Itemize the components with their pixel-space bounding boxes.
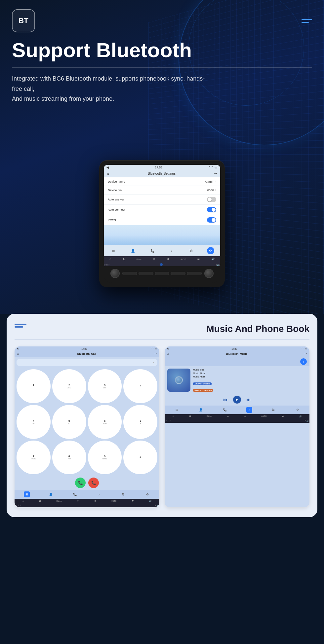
- nav-grid-icon[interactable]: ⊞: [110, 247, 117, 254]
- hero-divider: [12, 67, 312, 68]
- m-back[interactable]: ←: [165, 419, 167, 421]
- music-icon-area: ♪: [165, 357, 309, 366]
- nav-link-icon[interactable]: ⛓: [187, 247, 195, 254]
- music-nav-grid-icon[interactable]: ⊞: [174, 407, 180, 413]
- call-back-icon[interactable]: ↩: [154, 352, 157, 355]
- m-fan[interactable]: ❄: [227, 415, 229, 417]
- device-name-row[interactable]: Device name CarBT ›: [104, 177, 220, 186]
- c-fan[interactable]: ❄: [77, 500, 79, 502]
- key-2[interactable]: 2 ABC: [52, 369, 86, 403]
- music-climate-bar: ⌂ ⏻ DUAL ❄ ♻ AUTO ⇄ 🔊: [165, 414, 309, 418]
- m-auto[interactable]: AUTO: [261, 415, 267, 417]
- auto-connect-toggle[interactable]: [207, 207, 216, 212]
- call-nav-grid-icon[interactable]: ⊞: [24, 491, 30, 497]
- key-9[interactable]: 9 WXYZ: [88, 441, 122, 475]
- key-0[interactable]: 0 +: [123, 405, 157, 439]
- call-time: 17:53: [81, 348, 87, 350]
- ctrl-power[interactable]: ⏻: [123, 258, 125, 261]
- c-vol[interactable]: 🔊: [149, 500, 151, 502]
- ctrl-dual[interactable]: DUAL: [137, 258, 142, 260]
- music-nav-person-icon[interactable]: 👤: [198, 407, 204, 413]
- key-hash[interactable]: #: [123, 441, 157, 475]
- ctrl-auto[interactable]: AUTO: [181, 258, 186, 260]
- call-nav-phone-icon[interactable]: 📞: [72, 491, 78, 497]
- key-4[interactable]: 4 GHI: [17, 405, 51, 439]
- call-home-icon[interactable]: ⌂: [17, 352, 19, 355]
- ctrl-home[interactable]: ⌂: [109, 258, 111, 261]
- c-voldown[interactable]: 🔉: [156, 504, 159, 506]
- hero-title-area: Support Bluetooth: [0, 32, 324, 61]
- call-nav-person-icon[interactable]: 👤: [48, 491, 54, 497]
- c-home[interactable]: ⌂: [22, 500, 24, 502]
- c-music[interactable]: ♫: [20, 504, 21, 506]
- m-arrow[interactable]: ⇄: [282, 415, 284, 417]
- answer-call-button[interactable]: 📞: [75, 478, 86, 488]
- c-arrow[interactable]: ⇄: [132, 500, 134, 502]
- ctrl-volup[interactable]: 🔊: [211, 258, 215, 261]
- call-clear-icon[interactable]: ✕: [152, 361, 155, 364]
- music-note-icon[interactable]: ♪: [300, 358, 307, 365]
- call-status-icons: ⌃⌃ ▭: [150, 347, 157, 350]
- m-zero-r: 0: [305, 419, 306, 421]
- m-power[interactable]: ⏻: [189, 415, 191, 417]
- c-dual[interactable]: DUAL: [57, 500, 62, 502]
- key-1[interactable]: 1 —: [17, 369, 51, 403]
- m-recycle[interactable]: ♻: [244, 415, 246, 417]
- music-album: Music Album: [193, 372, 307, 376]
- c-slider[interactable]: [22, 505, 154, 506]
- m-home[interactable]: ⌂: [173, 415, 174, 417]
- ctrl-recycle[interactable]: ♻: [167, 258, 169, 261]
- key-3[interactable]: 3 DEF: [88, 369, 122, 403]
- nav-music-icon[interactable]: ♪: [168, 247, 175, 254]
- nav-phone-icon[interactable]: 📞: [149, 247, 156, 254]
- call-input-area[interactable]: ✕: [17, 359, 157, 366]
- next-track-button[interactable]: ⏭: [246, 397, 251, 402]
- auto-answer-toggle[interactable]: [207, 197, 216, 202]
- device-pin-row[interactable]: Device pin 0000 ›: [104, 186, 220, 195]
- ctrl-fan[interactable]: ❄: [153, 258, 155, 261]
- knob-left[interactable]: [110, 269, 120, 278]
- auto-answer-row: Auto answer: [104, 195, 220, 205]
- menu-button[interactable]: [302, 19, 312, 23]
- ctrl-back[interactable]: ←: [104, 263, 106, 266]
- c-power[interactable]: ⏻: [39, 500, 41, 502]
- m-vol[interactable]: 🔊: [299, 415, 302, 417]
- end-call-button[interactable]: 📞: [88, 478, 99, 488]
- m-slider[interactable]: [172, 420, 304, 421]
- c-back[interactable]: ←: [15, 504, 17, 506]
- music-nav-phone-icon[interactable]: 📞: [222, 407, 228, 413]
- call-climate-bar-2: ← 0 ♫ 0 🔉: [15, 503, 159, 507]
- key-5[interactable]: 5 JKL: [52, 405, 86, 439]
- nav-settings-icon[interactable]: ⚙: [207, 247, 214, 254]
- call-nav-settings-icon[interactable]: ⚙: [144, 491, 150, 497]
- back-icon[interactable]: ↩: [214, 172, 217, 175]
- power-toggle[interactable]: [207, 217, 216, 223]
- c-auto[interactable]: AUTO: [111, 500, 117, 502]
- knob-right[interactable]: [204, 269, 214, 278]
- c-recycle[interactable]: ♻: [94, 500, 96, 502]
- music-screen-title: Bluetooth_Music: [226, 352, 247, 355]
- key-8[interactable]: 8 TUV: [52, 441, 86, 475]
- music-home-icon[interactable]: ⌂: [167, 352, 169, 355]
- ctrl-voldown[interactable]: 🔉: [217, 263, 220, 266]
- call-statusbar: ◀ 17:53 ⌃⌃ ▭: [15, 346, 159, 351]
- chevron-icon: ›: [215, 180, 216, 183]
- music-nav-music-icon[interactable]: ♪: [246, 407, 252, 413]
- music-nav-link-icon[interactable]: ⛓: [270, 407, 276, 413]
- call-nav-link-icon[interactable]: ⛓: [120, 491, 126, 497]
- music-nav-settings-icon[interactable]: ⚙: [295, 407, 301, 413]
- call-nav-music-icon[interactable]: ♪: [96, 491, 102, 497]
- key-7[interactable]: 7 PQRS: [17, 441, 51, 475]
- ctrl-arrow[interactable]: ⇄: [197, 258, 200, 261]
- key-star[interactable]: *: [123, 369, 157, 403]
- music-back-icon[interactable]: ↩: [304, 352, 307, 355]
- home-icon[interactable]: ⌂: [107, 172, 109, 175]
- m-dual[interactable]: DUAL: [207, 415, 212, 417]
- m-music[interactable]: ♫: [170, 419, 171, 421]
- play-pause-button[interactable]: ▶: [233, 396, 241, 404]
- m-voldown[interactable]: 🔉: [306, 419, 309, 422]
- key-6[interactable]: 6 MNO: [88, 405, 122, 439]
- ctrl-slider[interactable]: [109, 264, 216, 265]
- prev-track-button[interactable]: ⏮: [223, 397, 228, 402]
- nav-person-icon[interactable]: 👤: [129, 247, 137, 254]
